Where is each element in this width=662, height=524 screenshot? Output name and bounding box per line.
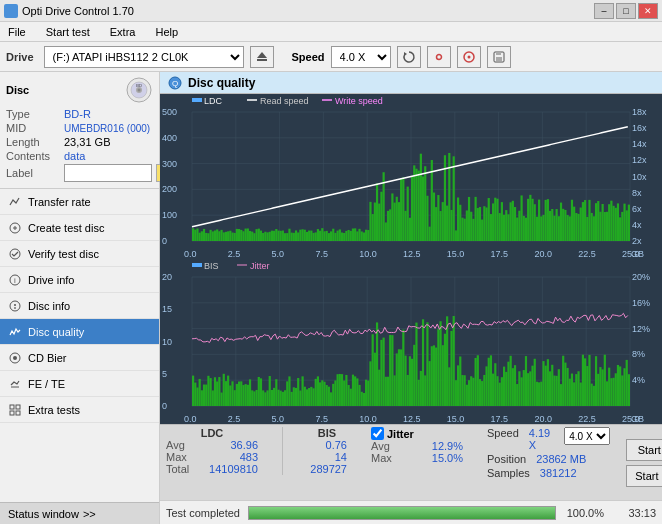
extra-tests-icon (8, 403, 22, 417)
stats-speed-col: Speed 4.19 X 4.0 X Position 23862 MB Sam… (483, 427, 610, 498)
time-display: 33:13 (612, 507, 656, 519)
disc-icon: BD (125, 76, 153, 104)
svg-text:i: i (14, 276, 16, 285)
sidebar-item-disc-quality[interactable]: Disc quality (0, 319, 159, 345)
length-label: Length (6, 136, 64, 148)
minimize-button[interactable]: – (594, 3, 614, 19)
sidebar-item-extra-tests[interactable]: Extra tests (0, 397, 159, 423)
create-test-disc-label: Create test disc (28, 222, 104, 234)
create-test-disc-icon (8, 221, 22, 235)
stats-jitter-col: Jitter Avg 12.9% Max 15.0% (367, 427, 463, 498)
ldc-chart (160, 94, 662, 259)
cd-bler-icon (8, 351, 22, 365)
svg-rect-29 (16, 411, 20, 415)
svg-point-24 (13, 356, 17, 360)
transfer-rate-label: Transfer rate (28, 196, 91, 208)
speed-select[interactable]: 4.0 X (331, 46, 391, 68)
sidebar-item-cd-bler[interactable]: CD Bier (0, 345, 159, 371)
progress-pct: 100.0% (564, 507, 604, 519)
verify-test-disc-label: Verify test disc (28, 248, 99, 260)
drive-info-icon: i (8, 273, 22, 287)
bis-total: 289727 (307, 463, 347, 475)
close-button[interactable]: ✕ (638, 3, 658, 19)
jitter-avg: 12.9% (413, 440, 463, 452)
disc-panel: Disc BD Type BD-R MID UMEBDR016 (000) Le… (0, 72, 159, 189)
contents-value: data (64, 150, 85, 162)
sidebar-item-transfer-rate[interactable]: Transfer rate (0, 189, 159, 215)
total-label: Total (166, 463, 202, 475)
content-area: Q Disc quality LDC Avg 36.96 (160, 72, 662, 524)
jitter-max-label: Max (371, 452, 407, 464)
svg-marker-2 (404, 52, 407, 56)
sidebar-item-verify-test-disc[interactable]: Verify test disc (0, 241, 159, 267)
drive-label: Drive (6, 51, 34, 63)
avg-label: Avg (166, 439, 202, 451)
disc-info-label: Disc info (28, 300, 70, 312)
svg-text:Q: Q (172, 79, 178, 88)
disc-quality-icon (8, 325, 22, 339)
sidebar-item-drive-info[interactable]: i Drive info (0, 267, 159, 293)
stats-bar: LDC Avg 36.96 Max 483 Total 14109810 (160, 424, 662, 500)
eject-button[interactable] (250, 46, 274, 68)
bis-header: BIS (307, 427, 347, 439)
ldc-total: 14109810 (208, 463, 258, 475)
save-button[interactable] (487, 46, 511, 68)
svg-point-5 (467, 55, 470, 58)
start-full-button[interactable]: Start full (626, 439, 662, 461)
stats-ldc-col: LDC Avg 36.96 Max 483 Total 14109810 (166, 427, 347, 498)
svg-rect-26 (10, 405, 14, 409)
disc-quality-label: Disc quality (28, 326, 84, 338)
menu-starttest[interactable]: Start test (42, 25, 94, 39)
drive-info-label: Drive info (28, 274, 74, 286)
refresh-button[interactable] (397, 46, 421, 68)
position-value: 23862 MB (536, 453, 586, 465)
menu-file[interactable]: File (4, 25, 30, 39)
app-title: Opti Drive Control 1.70 (22, 5, 134, 17)
jitter-label: Jitter (387, 428, 414, 440)
jitter-checkbox[interactable] (371, 427, 384, 440)
ldc-max: 483 (208, 451, 258, 463)
ldc-header: LDC (166, 427, 258, 439)
disc-write-button[interactable] (457, 46, 481, 68)
disc-label-input[interactable] (64, 164, 152, 182)
start-part-button[interactable]: Start part (626, 465, 662, 487)
start-buttons: Start full Start part (626, 427, 662, 498)
status-window-button[interactable]: Status window >> (0, 502, 159, 524)
drive-select[interactable]: (F:) ATAPI iHBS112 2 CL0K (44, 46, 244, 68)
position-label: Position (487, 453, 526, 465)
svg-rect-1 (257, 59, 267, 61)
progress-area: Test completed 100.0% 33:13 (160, 500, 662, 524)
contents-label: Contents (6, 150, 64, 162)
menu-extra[interactable]: Extra (106, 25, 140, 39)
app-icon (4, 4, 18, 18)
sidebar-item-disc-info[interactable]: Disc info (0, 293, 159, 319)
transfer-rate-icon (8, 195, 22, 209)
bis-chart (160, 259, 662, 424)
svg-point-21 (14, 304, 16, 306)
sidebar-item-fe-te[interactable]: FE / TE (0, 371, 159, 397)
jitter-avg-label: Avg (371, 440, 407, 452)
samples-label: Samples (487, 467, 530, 479)
svg-marker-0 (257, 52, 267, 58)
svg-point-12 (138, 89, 141, 92)
drive-toolbar: Drive (F:) ATAPI iHBS112 2 CL0K Speed 4.… (0, 42, 662, 72)
verify-test-disc-icon (8, 247, 22, 261)
svg-point-17 (10, 249, 20, 259)
sidebar-item-create-test-disc[interactable]: Create test disc (0, 215, 159, 241)
settings-button[interactable] (427, 46, 451, 68)
progress-bar-container (248, 506, 556, 520)
menu-help[interactable]: Help (151, 25, 182, 39)
titlebar-controls: – □ ✕ (594, 3, 658, 19)
disc-quality-header-icon: Q (168, 76, 182, 90)
progress-bar-fill (249, 507, 555, 519)
svg-rect-28 (10, 411, 14, 415)
samples-value: 381212 (540, 467, 577, 479)
speed-select2[interactable]: 4.0 X (564, 427, 610, 445)
svg-rect-27 (16, 405, 20, 409)
type-value: BD-R (64, 108, 91, 120)
disc-quality-title: Disc quality (188, 76, 255, 90)
titlebar-left: Opti Drive Control 1.70 (4, 4, 134, 18)
maximize-button[interactable]: □ (616, 3, 636, 19)
bis-max: 14 (307, 451, 347, 463)
speed-value: 4.19 X (529, 427, 554, 451)
